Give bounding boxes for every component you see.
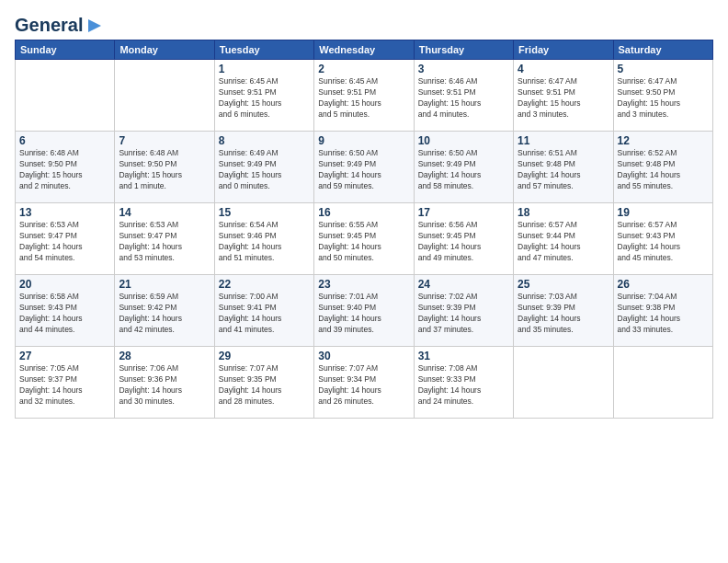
logo-general: General xyxy=(15,15,83,36)
day-number: 3 xyxy=(418,63,509,75)
header: General xyxy=(15,15,713,32)
day-info: Sunrise: 7:01 AM Sunset: 9:40 PM Dayligh… xyxy=(318,292,409,336)
day-number: 16 xyxy=(318,206,409,219)
day-info: Sunrise: 7:06 AM Sunset: 9:36 PM Dayligh… xyxy=(119,363,210,408)
weekday-header-saturday: Saturday xyxy=(613,40,712,60)
calendar-cell: 8Sunrise: 6:49 AM Sunset: 9:49 PM Daylig… xyxy=(214,132,313,203)
day-info: Sunrise: 6:45 AM Sunset: 9:51 PM Dayligh… xyxy=(219,76,310,121)
day-info: Sunrise: 7:07 AM Sunset: 9:34 PM Dayligh… xyxy=(318,363,409,408)
weekday-header-thursday: Thursday xyxy=(414,40,513,60)
weekday-header-wednesday: Wednesday xyxy=(314,40,414,60)
week-row-4: 20Sunrise: 6:58 AM Sunset: 9:43 PM Dayli… xyxy=(16,275,713,347)
calendar-cell: 23Sunrise: 7:01 AM Sunset: 9:40 PM Dayli… xyxy=(314,275,414,347)
day-info: Sunrise: 6:46 AM Sunset: 9:51 PM Dayligh… xyxy=(418,76,509,121)
calendar-cell: 2Sunrise: 6:45 AM Sunset: 9:51 PM Daylig… xyxy=(314,60,414,132)
calendar-cell: 17Sunrise: 6:56 AM Sunset: 9:45 PM Dayli… xyxy=(414,203,513,275)
calendar-cell: 10Sunrise: 6:50 AM Sunset: 9:49 PM Dayli… xyxy=(414,132,513,203)
day-number: 13 xyxy=(19,206,110,219)
calendar-cell: 19Sunrise: 6:57 AM Sunset: 9:43 PM Dayli… xyxy=(613,203,712,275)
calendar-cell: 22Sunrise: 7:00 AM Sunset: 9:41 PM Dayli… xyxy=(214,275,313,347)
calendar-cell: 30Sunrise: 7:07 AM Sunset: 9:34 PM Dayli… xyxy=(314,347,414,419)
calendar-cell: 24Sunrise: 7:02 AM Sunset: 9:39 PM Dayli… xyxy=(414,275,513,347)
day-number: 23 xyxy=(318,278,409,291)
day-number: 1 xyxy=(219,63,310,75)
day-number: 7 xyxy=(119,134,210,147)
calendar-cell: 5Sunrise: 6:47 AM Sunset: 9:50 PM Daylig… xyxy=(613,60,712,132)
calendar-cell: 15Sunrise: 6:54 AM Sunset: 9:46 PM Dayli… xyxy=(214,203,313,275)
day-number: 25 xyxy=(518,278,609,291)
day-info: Sunrise: 7:07 AM Sunset: 9:35 PM Dayligh… xyxy=(219,363,310,408)
day-number: 28 xyxy=(119,350,210,362)
day-info: Sunrise: 7:08 AM Sunset: 9:33 PM Dayligh… xyxy=(418,363,509,408)
logo: General xyxy=(15,15,105,32)
day-number: 15 xyxy=(219,206,310,219)
day-number: 4 xyxy=(518,63,609,75)
day-number: 26 xyxy=(618,278,709,291)
calendar-cell: 27Sunrise: 7:05 AM Sunset: 9:37 PM Dayli… xyxy=(16,347,115,419)
week-row-1: 1Sunrise: 6:45 AM Sunset: 9:51 PM Daylig… xyxy=(16,60,713,132)
calendar-cell: 21Sunrise: 6:59 AM Sunset: 9:42 PM Dayli… xyxy=(115,275,214,347)
calendar-cell xyxy=(613,347,712,419)
day-number: 14 xyxy=(119,206,210,219)
calendar-cell: 20Sunrise: 6:58 AM Sunset: 9:43 PM Dayli… xyxy=(16,275,115,347)
day-info: Sunrise: 6:53 AM Sunset: 9:47 PM Dayligh… xyxy=(119,220,210,264)
day-info: Sunrise: 6:51 AM Sunset: 9:48 PM Dayligh… xyxy=(518,148,609,192)
day-info: Sunrise: 6:50 AM Sunset: 9:49 PM Dayligh… xyxy=(418,148,509,192)
calendar-cell: 7Sunrise: 6:48 AM Sunset: 9:50 PM Daylig… xyxy=(115,132,214,203)
day-info: Sunrise: 7:00 AM Sunset: 9:41 PM Dayligh… xyxy=(219,292,310,336)
calendar-cell: 25Sunrise: 7:03 AM Sunset: 9:39 PM Dayli… xyxy=(514,275,613,347)
weekday-header-friday: Friday xyxy=(514,40,613,60)
day-info: Sunrise: 6:55 AM Sunset: 9:45 PM Dayligh… xyxy=(318,220,409,264)
day-info: Sunrise: 6:45 AM Sunset: 9:51 PM Dayligh… xyxy=(318,76,409,121)
day-info: Sunrise: 6:59 AM Sunset: 9:42 PM Dayligh… xyxy=(119,292,210,336)
day-info: Sunrise: 6:57 AM Sunset: 9:44 PM Dayligh… xyxy=(518,220,609,264)
day-info: Sunrise: 6:49 AM Sunset: 9:49 PM Dayligh… xyxy=(219,148,310,192)
day-info: Sunrise: 6:47 AM Sunset: 9:50 PM Dayligh… xyxy=(618,76,709,121)
day-info: Sunrise: 7:05 AM Sunset: 9:37 PM Dayligh… xyxy=(19,363,110,408)
day-info: Sunrise: 6:47 AM Sunset: 9:51 PM Dayligh… xyxy=(518,76,609,121)
day-number: 31 xyxy=(418,350,509,362)
day-number: 2 xyxy=(318,63,409,75)
day-info: Sunrise: 6:52 AM Sunset: 9:48 PM Dayligh… xyxy=(618,148,709,192)
calendar-cell: 13Sunrise: 6:53 AM Sunset: 9:47 PM Dayli… xyxy=(16,203,115,275)
day-number: 29 xyxy=(219,350,310,362)
day-number: 18 xyxy=(518,206,609,219)
calendar-cell: 12Sunrise: 6:52 AM Sunset: 9:48 PM Dayli… xyxy=(613,132,712,203)
day-number: 22 xyxy=(219,278,310,291)
day-info: Sunrise: 6:48 AM Sunset: 9:50 PM Dayligh… xyxy=(19,148,110,192)
calendar-cell: 6Sunrise: 6:48 AM Sunset: 9:50 PM Daylig… xyxy=(16,132,115,203)
week-row-2: 6Sunrise: 6:48 AM Sunset: 9:50 PM Daylig… xyxy=(16,132,713,203)
weekday-header-tuesday: Tuesday xyxy=(214,40,313,60)
week-row-5: 27Sunrise: 7:05 AM Sunset: 9:37 PM Dayli… xyxy=(16,347,713,419)
day-info: Sunrise: 7:04 AM Sunset: 9:38 PM Dayligh… xyxy=(618,292,709,336)
day-number: 8 xyxy=(219,134,310,147)
day-number: 30 xyxy=(318,350,409,362)
day-number: 11 xyxy=(518,134,609,147)
weekday-header-sunday: Sunday xyxy=(16,40,115,60)
day-number: 6 xyxy=(19,134,110,147)
day-number: 27 xyxy=(19,350,110,362)
calendar-cell: 16Sunrise: 6:55 AM Sunset: 9:45 PM Dayli… xyxy=(314,203,414,275)
calendar-cell: 3Sunrise: 6:46 AM Sunset: 9:51 PM Daylig… xyxy=(414,60,513,132)
day-info: Sunrise: 7:02 AM Sunset: 9:39 PM Dayligh… xyxy=(418,292,509,336)
calendar-cell xyxy=(16,60,115,132)
day-number: 19 xyxy=(618,206,709,219)
calendar-cell: 29Sunrise: 7:07 AM Sunset: 9:35 PM Dayli… xyxy=(214,347,313,419)
calendar-cell: 18Sunrise: 6:57 AM Sunset: 9:44 PM Dayli… xyxy=(514,203,613,275)
weekday-header-monday: Monday xyxy=(115,40,214,60)
day-info: Sunrise: 6:48 AM Sunset: 9:50 PM Dayligh… xyxy=(119,148,210,192)
calendar-cell: 9Sunrise: 6:50 AM Sunset: 9:49 PM Daylig… xyxy=(314,132,414,203)
calendar-page: General SundayMondayTuesdayWednesdayThur… xyxy=(0,0,728,563)
calendar-cell: 11Sunrise: 6:51 AM Sunset: 9:48 PM Dayli… xyxy=(514,132,613,203)
day-number: 17 xyxy=(418,206,509,219)
day-number: 9 xyxy=(318,134,409,147)
day-info: Sunrise: 6:50 AM Sunset: 9:49 PM Dayligh… xyxy=(318,148,409,192)
day-info: Sunrise: 6:58 AM Sunset: 9:43 PM Dayligh… xyxy=(19,292,110,336)
calendar-cell xyxy=(514,347,613,419)
weekday-header-row: SundayMondayTuesdayWednesdayThursdayFrid… xyxy=(16,40,713,60)
day-number: 20 xyxy=(19,278,110,291)
day-info: Sunrise: 7:03 AM Sunset: 9:39 PM Dayligh… xyxy=(518,292,609,336)
calendar-cell: 28Sunrise: 7:06 AM Sunset: 9:36 PM Dayli… xyxy=(115,347,214,419)
calendar-cell: 31Sunrise: 7:08 AM Sunset: 9:33 PM Dayli… xyxy=(414,347,513,419)
calendar-table: SundayMondayTuesdayWednesdayThursdayFrid… xyxy=(15,40,713,419)
